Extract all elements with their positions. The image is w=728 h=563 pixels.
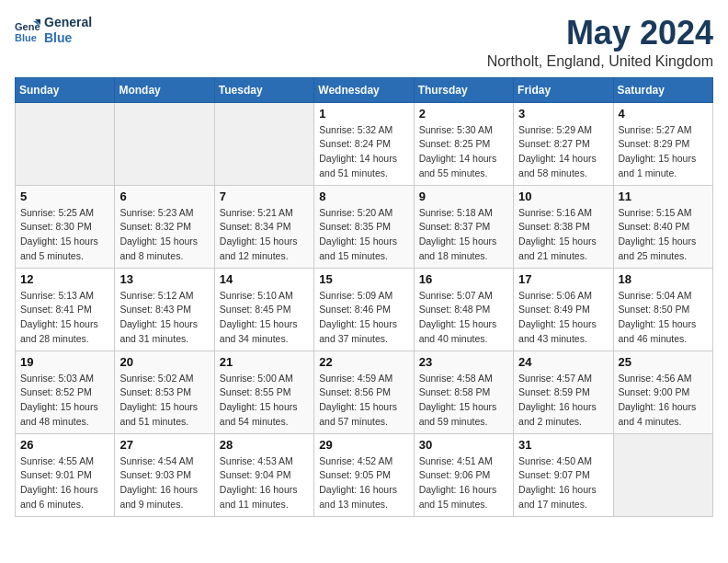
day-number: 2 (419, 107, 508, 121)
day-number: 20 (119, 355, 209, 369)
day-info: Sunrise: 5:09 AM Sunset: 8:46 PM Dayligh… (319, 289, 408, 347)
month-title: May 2024 (487, 15, 713, 52)
day-number: 23 (419, 355, 508, 369)
day-info: Sunrise: 4:54 AM Sunset: 9:03 PM Dayligh… (119, 454, 209, 512)
day-number: 24 (518, 355, 608, 369)
day-info: Sunrise: 4:58 AM Sunset: 8:58 PM Dayligh… (419, 372, 508, 430)
day-info: Sunrise: 5:00 AM Sunset: 8:55 PM Dayligh… (220, 372, 309, 430)
day-cell: 11Sunrise: 5:15 AM Sunset: 8:40 PM Dayli… (613, 185, 712, 268)
header-cell-saturday: Saturday (613, 77, 712, 102)
logo-line2: Blue (44, 30, 92, 46)
header-row: SundayMondayTuesdayWednesdayThursdayFrid… (16, 77, 713, 102)
day-cell (613, 433, 712, 516)
day-info: Sunrise: 5:30 AM Sunset: 8:25 PM Dayligh… (419, 123, 508, 181)
day-number: 11 (619, 190, 708, 203)
svg-text:Blue: Blue (15, 32, 37, 43)
day-info: Sunrise: 5:02 AM Sunset: 8:53 PM Dayligh… (119, 372, 209, 430)
day-number: 14 (220, 272, 309, 286)
calendar-header: SundayMondayTuesdayWednesdayThursdayFrid… (16, 77, 713, 102)
day-cell: 8Sunrise: 5:20 AM Sunset: 8:35 PM Daylig… (314, 185, 414, 268)
day-info: Sunrise: 5:03 AM Sunset: 8:52 PM Dayligh… (20, 372, 109, 430)
day-info: Sunrise: 4:52 AM Sunset: 9:05 PM Dayligh… (319, 454, 408, 512)
day-number: 21 (220, 355, 309, 369)
day-cell (16, 102, 115, 185)
day-cell: 25Sunrise: 4:56 AM Sunset: 9:00 PM Dayli… (613, 350, 712, 433)
day-number: 30 (419, 438, 508, 452)
day-cell: 24Sunrise: 4:57 AM Sunset: 8:59 PM Dayli… (514, 350, 613, 433)
day-number: 25 (619, 355, 708, 369)
header-cell-wednesday: Wednesday (314, 77, 414, 102)
day-info: Sunrise: 4:50 AM Sunset: 9:07 PM Dayligh… (518, 454, 608, 512)
day-cell: 30Sunrise: 4:51 AM Sunset: 9:06 PM Dayli… (414, 433, 513, 516)
day-number: 22 (319, 355, 408, 369)
day-info: Sunrise: 4:59 AM Sunset: 8:56 PM Dayligh… (319, 372, 408, 430)
day-cell: 2Sunrise: 5:30 AM Sunset: 8:25 PM Daylig… (414, 102, 513, 185)
day-info: Sunrise: 5:07 AM Sunset: 8:48 PM Dayligh… (419, 289, 508, 347)
day-info: Sunrise: 5:25 AM Sunset: 8:30 PM Dayligh… (20, 206, 109, 264)
day-info: Sunrise: 4:51 AM Sunset: 9:06 PM Dayligh… (419, 454, 508, 512)
day-info: Sunrise: 5:18 AM Sunset: 8:37 PM Dayligh… (419, 206, 508, 264)
day-cell: 21Sunrise: 5:00 AM Sunset: 8:55 PM Dayli… (214, 350, 313, 433)
day-cell: 9Sunrise: 5:18 AM Sunset: 8:37 PM Daylig… (414, 185, 513, 268)
day-info: Sunrise: 5:27 AM Sunset: 8:29 PM Dayligh… (619, 123, 708, 181)
day-number: 26 (20, 438, 109, 452)
day-info: Sunrise: 4:55 AM Sunset: 9:01 PM Dayligh… (20, 454, 109, 512)
logo-line1: General (44, 15, 92, 30)
day-info: Sunrise: 5:21 AM Sunset: 8:34 PM Dayligh… (220, 206, 309, 264)
day-info: Sunrise: 5:16 AM Sunset: 8:38 PM Dayligh… (518, 206, 608, 264)
day-info: Sunrise: 4:56 AM Sunset: 9:00 PM Dayligh… (619, 372, 708, 430)
day-info: Sunrise: 5:23 AM Sunset: 8:32 PM Dayligh… (119, 206, 209, 264)
calendar-body: 1Sunrise: 5:32 AM Sunset: 8:24 PM Daylig… (16, 102, 713, 516)
day-number: 16 (419, 272, 508, 286)
day-cell: 13Sunrise: 5:12 AM Sunset: 8:43 PM Dayli… (115, 268, 214, 350)
day-number: 13 (119, 272, 209, 286)
day-number: 28 (220, 438, 309, 452)
day-number: 19 (20, 355, 109, 369)
page-header: General Blue General Blue May 2024 North… (15, 15, 713, 70)
day-info: Sunrise: 5:12 AM Sunset: 8:43 PM Dayligh… (119, 289, 209, 347)
day-cell: 15Sunrise: 5:09 AM Sunset: 8:46 PM Dayli… (314, 268, 414, 350)
header-cell-monday: Monday (115, 77, 214, 102)
location: Northolt, England, United Kingdom (487, 53, 713, 70)
day-number: 29 (319, 438, 408, 452)
day-number: 4 (619, 107, 708, 121)
day-number: 27 (119, 438, 209, 452)
logo-icon: General Blue (15, 17, 40, 43)
day-info: Sunrise: 5:04 AM Sunset: 8:50 PM Dayligh… (619, 289, 708, 347)
week-row-1: 1Sunrise: 5:32 AM Sunset: 8:24 PM Daylig… (16, 102, 713, 185)
week-row-3: 12Sunrise: 5:13 AM Sunset: 8:41 PM Dayli… (16, 268, 713, 350)
day-cell: 17Sunrise: 5:06 AM Sunset: 8:49 PM Dayli… (514, 268, 613, 350)
day-cell: 4Sunrise: 5:27 AM Sunset: 8:29 PM Daylig… (613, 102, 712, 185)
day-cell: 22Sunrise: 4:59 AM Sunset: 8:56 PM Dayli… (314, 350, 414, 433)
day-number: 17 (518, 272, 608, 286)
day-cell: 5Sunrise: 5:25 AM Sunset: 8:30 PM Daylig… (16, 185, 115, 268)
day-info: Sunrise: 5:20 AM Sunset: 8:35 PM Dayligh… (319, 206, 408, 264)
day-cell: 23Sunrise: 4:58 AM Sunset: 8:58 PM Dayli… (414, 350, 513, 433)
header-cell-tuesday: Tuesday (214, 77, 313, 102)
week-row-4: 19Sunrise: 5:03 AM Sunset: 8:52 PM Dayli… (16, 350, 713, 433)
week-row-5: 26Sunrise: 4:55 AM Sunset: 9:01 PM Dayli… (16, 433, 713, 516)
week-row-2: 5Sunrise: 5:25 AM Sunset: 8:30 PM Daylig… (16, 185, 713, 268)
day-cell: 29Sunrise: 4:52 AM Sunset: 9:05 PM Dayli… (314, 433, 414, 516)
day-info: Sunrise: 5:13 AM Sunset: 8:41 PM Dayligh… (20, 289, 109, 347)
day-cell: 14Sunrise: 5:10 AM Sunset: 8:45 PM Dayli… (214, 268, 313, 350)
day-cell: 6Sunrise: 5:23 AM Sunset: 8:32 PM Daylig… (115, 185, 214, 268)
day-cell: 10Sunrise: 5:16 AM Sunset: 8:38 PM Dayli… (514, 185, 613, 268)
day-cell: 19Sunrise: 5:03 AM Sunset: 8:52 PM Dayli… (16, 350, 115, 433)
day-info: Sunrise: 5:29 AM Sunset: 8:27 PM Dayligh… (518, 123, 608, 181)
title-block: May 2024 Northolt, England, United Kingd… (487, 15, 713, 70)
header-cell-sunday: Sunday (16, 77, 115, 102)
day-info: Sunrise: 5:06 AM Sunset: 8:49 PM Dayligh… (518, 289, 608, 347)
day-cell: 26Sunrise: 4:55 AM Sunset: 9:01 PM Dayli… (16, 433, 115, 516)
day-number: 18 (619, 272, 708, 286)
day-number: 12 (20, 272, 109, 286)
day-info: Sunrise: 5:15 AM Sunset: 8:40 PM Dayligh… (619, 206, 708, 264)
day-number: 9 (419, 190, 508, 203)
day-cell: 16Sunrise: 5:07 AM Sunset: 8:48 PM Dayli… (414, 268, 513, 350)
day-info: Sunrise: 4:57 AM Sunset: 8:59 PM Dayligh… (518, 372, 608, 430)
header-cell-friday: Friday (514, 77, 613, 102)
day-cell: 28Sunrise: 4:53 AM Sunset: 9:04 PM Dayli… (214, 433, 313, 516)
day-number: 8 (319, 190, 408, 203)
day-cell: 31Sunrise: 4:50 AM Sunset: 9:07 PM Dayli… (514, 433, 613, 516)
calendar-table: SundayMondayTuesdayWednesdayThursdayFrid… (15, 77, 713, 517)
